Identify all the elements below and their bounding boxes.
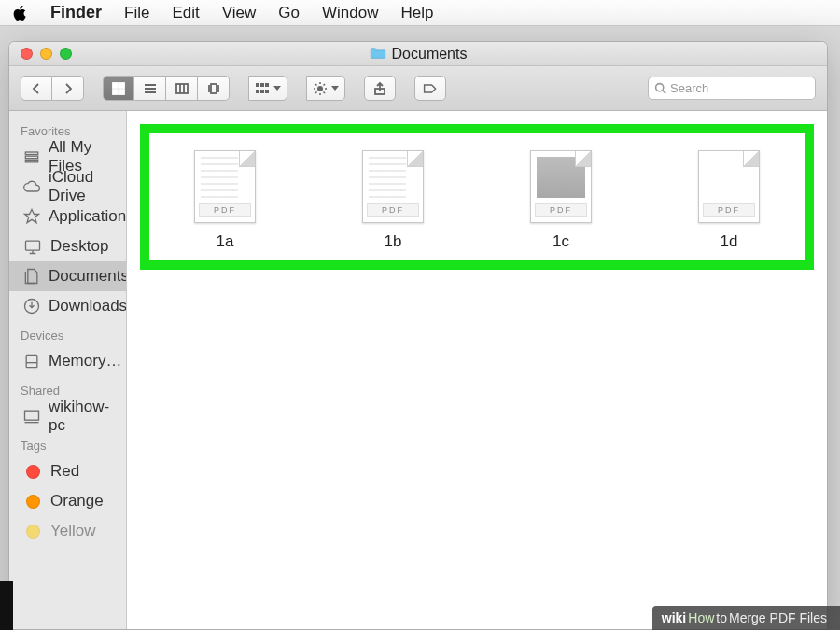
file-item[interactable]: PDF 1d	[678, 150, 780, 251]
menu-help[interactable]: Help	[400, 4, 433, 22]
all-my-files-icon	[22, 147, 41, 166]
pdf-thumbnail-icon: PDF	[698, 150, 760, 223]
view-coverflow-button[interactable]	[198, 76, 230, 101]
svg-rect-8	[265, 83, 269, 87]
svg-point-14	[656, 84, 664, 91]
file-type-badge: PDF	[703, 203, 755, 217]
sidebar-item-memory[interactable]: Memory…	[9, 346, 126, 376]
arrange-group	[248, 76, 287, 101]
share-button[interactable]	[364, 76, 396, 101]
forward-button[interactable]	[52, 76, 84, 101]
caption-separator: to	[716, 610, 727, 625]
applications-icon	[22, 207, 41, 226]
view-icons-button[interactable]	[103, 76, 134, 101]
action-group	[306, 76, 345, 101]
svg-rect-9	[256, 90, 259, 93]
sidebar-item-documents[interactable]: Documents	[9, 261, 126, 291]
svg-rect-3	[119, 90, 124, 94]
svg-rect-21	[25, 411, 39, 420]
pc-icon	[22, 407, 41, 426]
file-name: 1c	[553, 232, 569, 251]
menu-file[interactable]: File	[124, 4, 149, 22]
svg-rect-6	[256, 83, 259, 87]
sidebar-item-label: wikihow-pc	[49, 398, 117, 435]
sidebar-item-label: Yellow	[50, 522, 96, 540]
cloud-icon	[22, 177, 41, 196]
menu-go[interactable]: Go	[278, 4, 300, 22]
file-name: 1b	[385, 232, 402, 251]
pdf-thumbnail-icon: PDF	[362, 150, 424, 223]
wikihow-caption: wikiHow to Merge PDF Files	[652, 606, 840, 630]
sidebar-tag-orange[interactable]: Orange	[9, 486, 126, 516]
sidebar-tag-red[interactable]: Red	[9, 456, 126, 486]
sidebar-item-wikihow-pc[interactable]: wikihow-pc	[9, 401, 126, 431]
arrange-button[interactable]	[248, 76, 287, 101]
svg-rect-10	[260, 90, 264, 93]
sidebar-item-label: Memory…	[49, 352, 121, 371]
desktop: Documents	[0, 26, 840, 630]
file-item[interactable]: PDF 1c	[510, 150, 612, 251]
svg-rect-15	[25, 152, 37, 155]
sidebar-item-label: Applications	[49, 207, 127, 226]
svg-rect-18	[26, 241, 40, 250]
drive-icon	[22, 352, 41, 371]
pdf-thumbnail-icon: PDF	[194, 150, 256, 223]
finder-content-area[interactable]: PDF 1a PDF 1b PDF	[127, 111, 827, 629]
chevron-down-icon	[273, 86, 281, 91]
apple-menu-icon[interactable]	[13, 6, 28, 21]
search-input[interactable]: Search	[648, 77, 816, 100]
tag-dot-icon	[22, 465, 43, 479]
brand-suffix: How	[688, 610, 714, 625]
svg-rect-1	[119, 83, 124, 88]
sidebar-tag-yellow[interactable]: Yellow	[9, 516, 126, 546]
menu-edit[interactable]: Edit	[172, 4, 199, 22]
view-columns-button[interactable]	[166, 76, 198, 101]
folder-icon	[370, 46, 386, 63]
back-button[interactable]	[21, 76, 52, 101]
svg-rect-17	[25, 160, 37, 162]
view-list-button[interactable]	[134, 76, 166, 101]
desktop-icon	[22, 237, 43, 256]
chevron-down-icon	[331, 86, 339, 91]
tags-button[interactable]	[414, 76, 446, 101]
downloads-icon	[22, 297, 41, 315]
svg-rect-2	[113, 90, 118, 94]
action-button[interactable]	[306, 76, 345, 101]
finder-window: Documents	[8, 41, 828, 630]
svg-rect-0	[113, 83, 118, 88]
file-type-badge: PDF	[367, 203, 419, 217]
sidebar-heading-devices: Devices	[9, 321, 126, 346]
svg-rect-16	[25, 156, 37, 159]
svg-rect-4	[176, 84, 188, 93]
svg-point-12	[317, 86, 323, 91]
file-name: 1d	[721, 232, 738, 251]
minimize-button[interactable]	[40, 48, 52, 60]
selection-highlight: PDF 1a PDF 1b PDF	[140, 124, 814, 270]
window-titlebar[interactable]: Documents	[9, 42, 827, 66]
svg-rect-7	[260, 83, 264, 87]
finder-toolbar: Search	[9, 66, 827, 111]
search-placeholder: Search	[670, 81, 708, 95]
file-item[interactable]: PDF 1a	[174, 150, 276, 251]
close-button[interactable]	[21, 48, 33, 60]
sidebar-heading-tags: Tags	[9, 431, 126, 456]
menu-window[interactable]: Window	[322, 4, 378, 22]
sidebar-item-label: Red	[50, 462, 79, 481]
decorative-strip	[0, 581, 13, 630]
zoom-button[interactable]	[60, 48, 72, 60]
traffic-lights	[21, 48, 72, 60]
sidebar-item-applications[interactable]: Applications	[9, 202, 126, 231]
pdf-thumbnail-icon: PDF	[530, 150, 592, 223]
tag-dot-icon	[22, 525, 43, 539]
sidebar-item-label: iCloud Drive	[49, 168, 117, 205]
sidebar-item-downloads[interactable]: Downloads	[9, 291, 126, 321]
finder-sidebar[interactable]: Favorites All My Files iCloud Drive Appl…	[9, 111, 127, 629]
sidebar-item-icloud-drive[interactable]: iCloud Drive	[9, 172, 126, 202]
sidebar-item-label: Orange	[50, 492, 104, 511]
file-item[interactable]: PDF 1b	[342, 150, 444, 251]
nav-buttons	[21, 76, 84, 101]
menu-view[interactable]: View	[222, 4, 257, 22]
file-name: 1a	[217, 232, 234, 251]
menubar-app-name[interactable]: Finder	[50, 3, 102, 22]
sidebar-item-desktop[interactable]: Desktop	[9, 231, 126, 261]
